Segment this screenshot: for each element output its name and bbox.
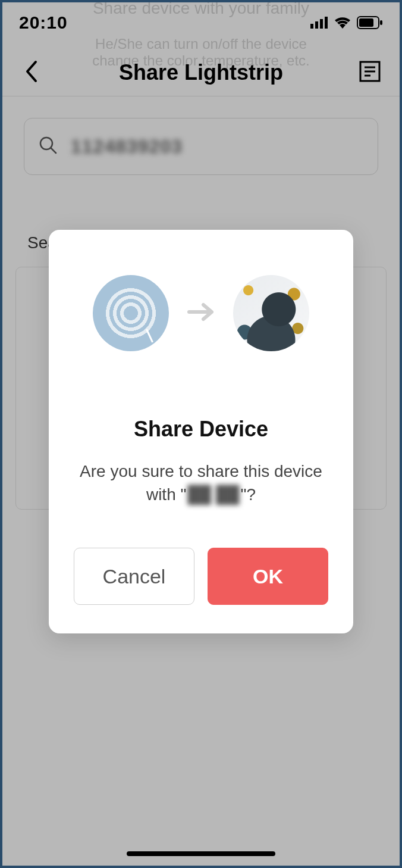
modal-title: Share Device: [74, 417, 328, 442]
modal-recipient-name: ██ ██: [186, 483, 240, 506]
device-icon: [93, 275, 169, 351]
recipient-avatar: [233, 275, 309, 351]
arrow-right-icon: [187, 301, 215, 325]
modal-illustration: [74, 275, 328, 351]
share-device-modal: Share Device Are you sure to share this …: [49, 230, 353, 633]
modal-button-row: Cancel OK: [74, 548, 328, 605]
ok-button[interactable]: OK: [208, 548, 328, 605]
cancel-button[interactable]: Cancel: [74, 548, 194, 605]
modal-message-suffix: "?: [241, 485, 256, 504]
home-indicator[interactable]: [127, 851, 275, 856]
modal-message: Are you sure to share this device with "…: [74, 460, 328, 506]
